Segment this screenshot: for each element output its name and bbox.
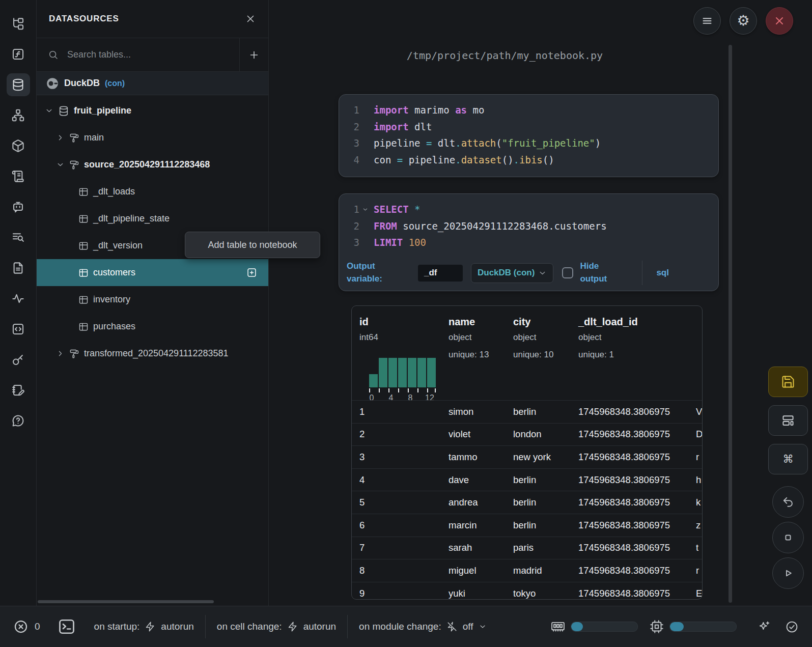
status-bar: 0 on startup:autorunon cell change:autor… <box>0 606 812 647</box>
column-header-_dlt_load_id[interactable]: _dlt_load_id <box>578 316 638 328</box>
statusbar-divider <box>205 615 206 638</box>
cpu-usage-bar <box>669 622 737 632</box>
rail-item-functions[interactable] <box>7 43 30 66</box>
column-dtype: object <box>578 332 601 343</box>
chevron-right-icon[interactable] <box>56 349 65 358</box>
table-cell: new york <box>513 452 551 463</box>
engine-select[interactable]: DuckDB (con) <box>471 263 553 283</box>
runtime-setting-on-cell-change[interactable]: on cell change:autorun <box>217 621 336 632</box>
layout-panels-button[interactable] <box>768 405 808 436</box>
code-text: import dlt <box>374 119 432 135</box>
table-cell: simon <box>449 406 473 417</box>
chevron-down-icon <box>538 269 547 277</box>
chevron-down-icon[interactable] <box>45 106 53 115</box>
connection-row[interactable]: DuckDB (con) <box>37 72 268 95</box>
tree-item-label: main <box>84 132 104 143</box>
setting-value: autorun <box>303 621 336 632</box>
chevron-right-icon[interactable] <box>56 133 65 142</box>
column-unique-count: unique: 13 <box>449 350 489 360</box>
hide-output-checkbox[interactable] <box>562 267 573 278</box>
runtime-setting-on-startup[interactable]: on startup:autorun <box>94 621 194 632</box>
rail-item-file-tree[interactable] <box>7 12 30 35</box>
tree-item-source_202504291112283468[interactable]: source_202504291112283468 <box>37 151 268 178</box>
rail-item-package[interactable] <box>7 134 30 157</box>
play-button[interactable] <box>772 557 804 589</box>
add-datasource-button[interactable] <box>240 38 268 71</box>
rail-item-activity[interactable] <box>7 287 30 310</box>
tree-item-label: inventory <box>93 294 130 305</box>
rail-item-bot[interactable] <box>7 195 30 218</box>
tree-item-transformed_202504291112283581[interactable]: transformed_202504291112283581 <box>37 340 268 367</box>
close-x-button[interactable] <box>766 7 793 35</box>
language-tag[interactable]: sql <box>656 268 669 278</box>
stop-square-button[interactable] <box>772 522 804 553</box>
table-grid-icon <box>78 322 89 332</box>
table-cell: 1745968348.3806975 <box>578 497 670 508</box>
schema-icon <box>69 133 79 143</box>
command-button[interactable]: ⌘ <box>768 444 808 474</box>
close-panel-button[interactable] <box>245 13 256 24</box>
column-header-id[interactable]: id <box>359 316 369 328</box>
rail-item-notebook-pen[interactable] <box>7 379 30 402</box>
tree-item-main[interactable]: main <box>37 124 268 151</box>
error-indicator[interactable]: 0 <box>13 619 40 634</box>
check-circle-button[interactable] <box>785 620 799 634</box>
search-field[interactable] <box>37 38 240 71</box>
python-cell[interactable]: 1import marimo as mo2import dlt3pipeline… <box>339 94 719 177</box>
rail-item-key[interactable] <box>7 348 30 371</box>
hamburger-button[interactable] <box>693 7 721 35</box>
fold-toggle[interactable] <box>359 201 371 218</box>
tree-item-label: transformed_202504291112283581 <box>84 348 229 359</box>
column-header-city[interactable]: city <box>513 316 530 328</box>
table-row: 3tammonew york1745968348.3806975r <box>352 445 702 468</box>
layout-panels-icon <box>781 413 795 428</box>
table-cell: 3 <box>359 452 365 463</box>
sql-code-editor[interactable]: 1SELECT *2FROM source_202504291112283468… <box>339 194 718 251</box>
window-buttons: ⚙ <box>693 7 793 35</box>
x-circle-icon <box>13 619 29 634</box>
save-button[interactable] <box>768 367 808 397</box>
table-grid-icon <box>78 187 89 197</box>
table-grid-icon <box>78 241 89 251</box>
terminal-icon <box>58 617 76 636</box>
zap-icon <box>145 621 156 632</box>
tree-item-fruit_pipeline[interactable]: fruit_pipeline <box>37 97 268 124</box>
rail-item-file-text[interactable] <box>7 257 30 279</box>
table-body: 1simonberlin1745968348.3806975V2violetlo… <box>352 400 702 600</box>
rail-item-list-search[interactable] <box>7 226 30 249</box>
tree-item-purchases[interactable]: purchases <box>37 313 268 340</box>
search-input[interactable] <box>66 49 201 61</box>
table-row: 2violetlondon1745968348.3806975D <box>352 423 702 446</box>
tree-item-inventory[interactable]: inventory <box>37 286 268 313</box>
terminal-button[interactable] <box>58 617 76 636</box>
sparkles-button[interactable] <box>757 620 771 634</box>
activity-icon <box>11 292 25 305</box>
rail-item-help-bubble[interactable] <box>7 409 30 432</box>
output-variable-input[interactable]: _df <box>418 265 463 282</box>
column-header-name[interactable]: name <box>449 316 475 328</box>
setting-value: autorun <box>161 621 193 632</box>
rail-item-scroll[interactable] <box>7 165 30 188</box>
fold-slot <box>359 119 371 135</box>
sparkles-icon <box>757 620 771 634</box>
x-circle-icon <box>13 619 29 634</box>
notebook-scrollbar[interactable] <box>729 45 732 603</box>
add-table-button[interactable] <box>246 267 257 278</box>
python-code-editor[interactable]: 1import marimo as mo2import dlt3pipeline… <box>339 95 718 168</box>
tree-item-_dlt_loads[interactable]: _dlt_loads <box>37 178 268 205</box>
runtime-setting-on-module-change[interactable]: on module change:off <box>359 621 486 632</box>
gear-button[interactable]: ⚙ <box>730 7 757 35</box>
search-icon <box>48 49 59 60</box>
rail-item-database[interactable] <box>7 73 30 96</box>
sql-cell[interactable]: 1SELECT *2FROM source_202504291112283468… <box>339 193 719 291</box>
table-cell: 1745968348.3806975 <box>578 429 670 440</box>
chevron-down-icon[interactable] <box>56 160 65 169</box>
undo-button[interactable] <box>772 486 804 518</box>
tree-item-_dlt_pipeline_state[interactable]: _dlt_pipeline_state <box>37 205 268 232</box>
tree-item-customers[interactable]: customers <box>37 259 268 286</box>
runtime-settings: on startup:autorunon cell change:autorun… <box>94 615 487 638</box>
rail-item-dependencies[interactable] <box>7 104 30 127</box>
rail-item-code-square[interactable] <box>7 318 30 341</box>
sql-cell-footer: Output variable: _df DuckDB (con) Hide o… <box>347 258 713 288</box>
panel-horizontal-scrollbar[interactable] <box>38 600 214 603</box>
